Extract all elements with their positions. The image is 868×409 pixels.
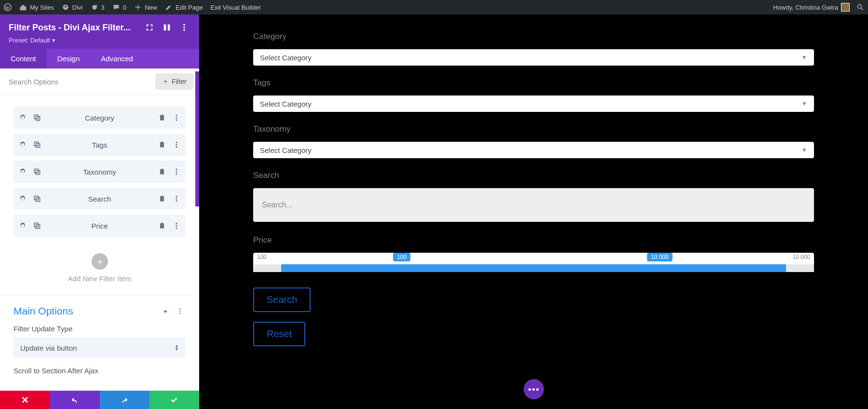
chevron-down-icon: ▼ xyxy=(801,54,807,61)
search-button[interactable]: Search xyxy=(253,287,311,312)
duplicate-icon[interactable] xyxy=(32,193,42,204)
chevron-up-icon[interactable] xyxy=(160,305,171,317)
price-max-handle[interactable]: 10 000 xyxy=(647,253,673,261)
plus-icon xyxy=(134,3,142,11)
trash-icon[interactable] xyxy=(157,112,167,123)
wp-logo[interactable] xyxy=(4,3,12,11)
filter-update-type-label: Filter Update Type xyxy=(14,325,186,333)
filter-update-type-select[interactable]: Update via button ▲▼ xyxy=(14,338,186,358)
filter-item[interactable]: Price xyxy=(14,215,186,237)
search-input[interactable] xyxy=(262,201,805,209)
category-label: Category xyxy=(253,32,814,41)
add-new-button[interactable]: ＋ xyxy=(92,253,108,270)
duplicate-icon[interactable] xyxy=(32,220,42,231)
redo-button[interactable] xyxy=(100,391,149,409)
exit-vb-link[interactable]: Exit Visual Builder xyxy=(210,4,261,11)
tab-advanced[interactable]: Advanced xyxy=(90,49,144,68)
divi-label: Divi xyxy=(72,4,83,11)
comments-link[interactable]: 0 xyxy=(112,3,126,11)
filter-item[interactable]: Taxonomy xyxy=(14,161,186,183)
refresh-link[interactable]: 3 xyxy=(91,3,105,11)
check-icon xyxy=(170,395,178,404)
main-options-header[interactable]: Main Options xyxy=(0,296,199,318)
kebab-icon[interactable] xyxy=(171,193,182,204)
filter-items-list: CategoryTagsTaxonomySearchPrice xyxy=(0,95,199,246)
trash-icon[interactable] xyxy=(157,139,167,150)
howdy-link[interactable]: Howdy, Christina Gwira xyxy=(773,3,850,12)
expand-icon[interactable] xyxy=(143,21,156,34)
svg-point-25 xyxy=(176,198,177,199)
svg-rect-3 xyxy=(168,25,170,31)
chevron-down-icon: ▼ xyxy=(801,147,807,153)
filter-item-label: Search xyxy=(42,195,157,203)
trash-icon[interactable] xyxy=(157,166,167,177)
kebab-icon[interactable] xyxy=(171,112,182,123)
kebab-icon[interactable] xyxy=(171,139,182,150)
gear-icon[interactable] xyxy=(17,193,28,204)
trash-icon[interactable] xyxy=(157,220,167,231)
divi-link[interactable]: Divi xyxy=(62,3,83,11)
svg-point-34 xyxy=(179,313,180,314)
filter-item[interactable]: Tags xyxy=(14,134,186,156)
columns-icon[interactable] xyxy=(161,21,173,34)
search-options-label[interactable]: Search Options xyxy=(6,78,155,86)
filter-item-label: Category xyxy=(42,114,157,122)
gear-icon[interactable] xyxy=(17,166,28,177)
edit-page-label: Edit Page xyxy=(176,4,203,11)
filter-update-type-value: Update via button xyxy=(20,344,175,352)
add-new-label: Add New Filter Item xyxy=(68,274,132,283)
my-sites-link[interactable]: My Sites xyxy=(19,3,54,11)
kebab-icon[interactable] xyxy=(171,166,182,177)
add-filter-label: Filter xyxy=(172,78,187,85)
duplicate-icon[interactable] xyxy=(32,139,42,150)
svg-point-29 xyxy=(176,223,177,224)
tags-select[interactable]: Select Category▼ xyxy=(253,95,814,112)
kebab-icon[interactable] xyxy=(171,220,182,231)
duplicate-icon[interactable] xyxy=(32,166,42,177)
kebab-icon[interactable] xyxy=(174,305,186,317)
preset-selector[interactable]: Preset: Default ▾ xyxy=(9,37,190,44)
price-range-slider[interactable]: 100 10 000 100 10 000 xyxy=(253,253,814,272)
chevron-down-icon: ▼ xyxy=(801,100,807,107)
page-preview: Category Select Category▼ Tags Select Ca… xyxy=(199,14,868,409)
gear-icon[interactable] xyxy=(17,220,28,231)
select-arrows-icon: ▲▼ xyxy=(175,344,179,351)
pencil-icon xyxy=(165,3,173,11)
svg-point-31 xyxy=(176,227,177,229)
undo-button[interactable] xyxy=(50,391,99,409)
cancel-button[interactable] xyxy=(0,391,50,409)
add-filter-button[interactable]: ＋ Filter xyxy=(155,73,193,90)
price-min-handle[interactable]: 100 xyxy=(393,253,410,261)
scrollbar-indicator[interactable] xyxy=(195,71,199,206)
reset-button[interactable]: Reset xyxy=(253,322,305,346)
my-sites-label: My Sites xyxy=(30,4,54,11)
tab-content[interactable]: Content xyxy=(0,49,47,68)
svg-point-4 xyxy=(183,24,185,26)
svg-point-32 xyxy=(179,308,180,310)
svg-point-26 xyxy=(176,200,177,202)
builder-fab[interactable] xyxy=(524,379,544,399)
trash-icon[interactable] xyxy=(157,193,167,204)
wordpress-icon xyxy=(4,3,12,11)
gear-icon[interactable] xyxy=(17,112,28,123)
filter-item[interactable]: Search xyxy=(14,188,186,210)
tab-design[interactable]: Design xyxy=(47,49,91,68)
kebab-icon[interactable] xyxy=(178,21,190,34)
plus-icon: ＋ xyxy=(162,77,169,86)
price-min-outer: 100 xyxy=(254,254,270,260)
search-toggle[interactable] xyxy=(856,3,864,11)
module-settings-sidebar: Filter Posts - Divi Ajax Filter... Prese… xyxy=(0,14,199,409)
howdy-label: Howdy, Christina Gwira xyxy=(773,4,838,11)
taxonomy-select[interactable]: Select Category▼ xyxy=(253,142,814,158)
taxonomy-label: Taxonomy xyxy=(253,124,814,134)
edit-page-link[interactable]: Edit Page xyxy=(165,3,203,11)
new-link[interactable]: New xyxy=(134,3,157,11)
close-icon xyxy=(21,395,29,404)
category-select[interactable]: Select Category▼ xyxy=(253,49,814,66)
undo-icon xyxy=(70,395,79,404)
save-button[interactable] xyxy=(149,391,199,409)
duplicate-icon[interactable] xyxy=(32,112,42,123)
scroll-section-label: Scroll to Section After Ajax xyxy=(0,358,199,375)
filter-item[interactable]: Category xyxy=(14,107,186,129)
gear-icon[interactable] xyxy=(17,139,28,150)
